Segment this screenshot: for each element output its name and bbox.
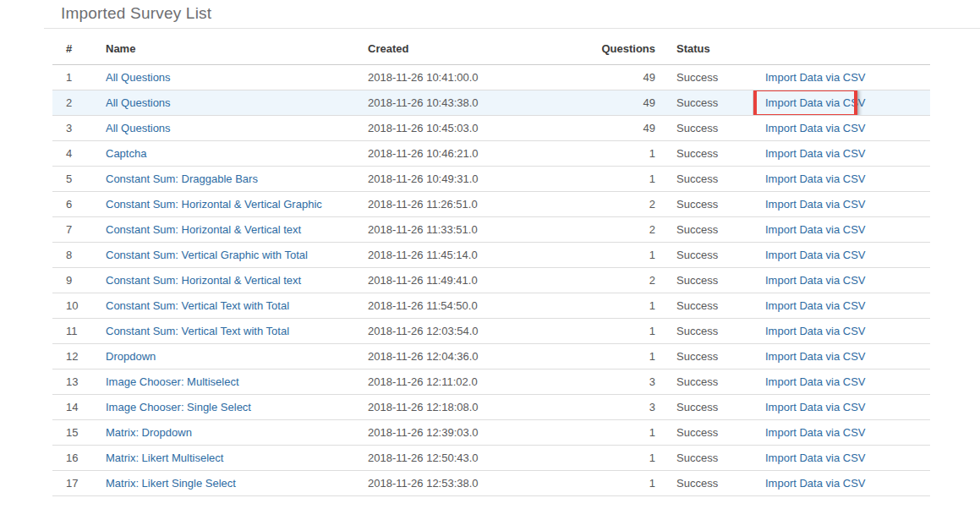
survey-name-link[interactable]: Constant Sum: Horizontal & Vertical Grap…: [106, 198, 322, 211]
import-csv-link[interactable]: Import Data via CSV: [765, 96, 866, 109]
action-cell: Import Data via CSV: [753, 242, 930, 267]
status-cell: Success: [655, 369, 753, 394]
survey-name-link[interactable]: Image Chooser: Multiselect: [106, 375, 239, 388]
row-number-cell: 6: [52, 191, 106, 216]
survey-name-cell: All Questions: [106, 115, 368, 140]
survey-name-link[interactable]: All Questions: [106, 122, 171, 134]
survey-name-link[interactable]: Constant Sum: Horizontal & Vertical text: [106, 223, 301, 236]
action-cell: Import Data via CSV: [753, 369, 930, 394]
questions-cell: 1: [588, 140, 655, 166]
questions-cell: 2: [588, 191, 655, 216]
import-csv-link[interactable]: Import Data via CSV: [765, 375, 866, 388]
created-cell: 2018-11-26 12:18:08.0: [368, 394, 588, 419]
column-header-number: #: [52, 34, 106, 64]
import-csv-link[interactable]: Import Data via CSV: [765, 426, 866, 439]
import-csv-link[interactable]: Import Data via CSV: [765, 477, 866, 490]
status-cell: Success: [655, 318, 753, 343]
survey-name-link[interactable]: Constant Sum: Vertical Text with Total: [106, 325, 289, 337]
action-cell: Import Data via CSV: [753, 64, 930, 90]
row-number-cell: 9: [52, 267, 106, 293]
row-number-cell: 2: [52, 90, 106, 115]
title-divider: [44, 28, 980, 29]
survey-name-link[interactable]: Constant Sum: Draggable Bars: [106, 172, 258, 185]
action-cell: Import Data via CSV: [753, 115, 930, 140]
table-row: 14Image Chooser: Single Select2018-11-26…: [52, 394, 930, 419]
import-csv-link[interactable]: Import Data via CSV: [765, 325, 866, 337]
questions-cell: 49: [588, 90, 655, 115]
page: Imported Survey List # Name Created Ques…: [0, 0, 980, 509]
column-header-questions: Questions: [588, 34, 655, 64]
created-cell: 2018-11-26 11:26:51.0: [368, 191, 588, 216]
survey-name-link[interactable]: Matrix: Likert Multiselect: [106, 452, 223, 464]
table-row: 4Captcha2018-11-26 10:46:21.01SuccessImp…: [52, 140, 930, 166]
import-csv-link[interactable]: Import Data via CSV: [765, 147, 866, 160]
action-cell: Import Data via CSV: [753, 318, 930, 343]
table-row: 1All Questions2018-11-26 10:41:00.049Suc…: [52, 64, 930, 90]
created-cell: 2018-11-26 12:11:02.0: [368, 369, 588, 394]
survey-name-link[interactable]: Constant Sum: Horizontal & Vertical text: [106, 274, 301, 287]
questions-cell: 49: [588, 115, 655, 140]
import-csv-link[interactable]: Import Data via CSV: [765, 350, 866, 363]
survey-name-link[interactable]: Dropdown: [106, 350, 156, 363]
survey-name-link[interactable]: Matrix: Dropdown: [106, 426, 192, 439]
import-csv-link[interactable]: Import Data via CSV: [765, 122, 866, 134]
survey-name-link[interactable]: Image Chooser: Single Select: [106, 401, 251, 413]
questions-cell: 1: [588, 419, 655, 445]
table-row: 3All Questions2018-11-26 10:45:03.049Suc…: [52, 115, 930, 140]
survey-name-cell: Constant Sum: Horizontal & Vertical Grap…: [106, 191, 368, 216]
survey-name-cell: Constant Sum: Vertical Text with Total: [106, 318, 368, 343]
created-cell: 2018-11-26 11:33:51.0: [368, 216, 588, 242]
table-row: 11Constant Sum: Vertical Text with Total…: [52, 318, 930, 343]
import-csv-link[interactable]: Import Data via CSV: [765, 172, 866, 185]
row-number-cell: 14: [52, 394, 106, 419]
table-row: 5Constant Sum: Draggable Bars2018-11-26 …: [52, 166, 930, 191]
import-csv-link[interactable]: Import Data via CSV: [765, 223, 866, 236]
created-cell: 2018-11-26 10:45:03.0: [368, 115, 588, 140]
table-header-row: # Name Created Questions Status: [52, 34, 930, 64]
status-cell: Success: [655, 64, 753, 90]
import-csv-link[interactable]: Import Data via CSV: [765, 249, 866, 261]
action-cell: Import Data via CSV: [753, 394, 930, 419]
questions-cell: 1: [588, 445, 655, 470]
survey-name-link[interactable]: All Questions: [106, 96, 171, 109]
created-cell: 2018-11-26 12:04:36.0: [368, 343, 588, 369]
created-cell: 2018-11-26 11:45:14.0: [368, 242, 588, 267]
status-cell: Success: [655, 267, 753, 293]
status-cell: Success: [655, 90, 753, 115]
action-cell: Import Data via CSV: [753, 445, 930, 470]
status-cell: Success: [655, 394, 753, 419]
survey-name-link[interactable]: Constant Sum: Vertical Graphic with Tota…: [106, 249, 308, 261]
import-csv-link[interactable]: Import Data via CSV: [765, 71, 866, 84]
status-cell: Success: [655, 216, 753, 242]
action-cell: Import Data via CSV: [753, 90, 930, 115]
import-csv-link[interactable]: Import Data via CSV: [765, 198, 866, 211]
status-cell: Success: [655, 293, 753, 318]
table-row: 12Dropdown2018-11-26 12:04:36.01SuccessI…: [52, 343, 930, 369]
survey-name-cell: Matrix: Dropdown: [106, 419, 368, 445]
created-cell: 2018-11-26 11:49:41.0: [368, 267, 588, 293]
import-csv-link[interactable]: Import Data via CSV: [765, 299, 866, 312]
action-cell: Import Data via CSV: [753, 267, 930, 293]
action-cell: Import Data via CSV: [753, 343, 930, 369]
status-cell: Success: [655, 166, 753, 191]
row-number-cell: 7: [52, 216, 106, 242]
created-cell: 2018-11-26 10:49:31.0: [368, 166, 588, 191]
survey-name-cell: Constant Sum: Vertical Text with Total: [106, 293, 368, 318]
import-csv-link[interactable]: Import Data via CSV: [765, 274, 866, 287]
column-header-name: Name: [106, 34, 368, 64]
status-cell: Success: [655, 191, 753, 216]
import-csv-link[interactable]: Import Data via CSV: [765, 401, 866, 413]
table-row: 16Matrix: Likert Multiselect2018-11-26 1…: [52, 445, 930, 470]
survey-name-link[interactable]: Captcha: [106, 147, 146, 160]
row-number-cell: 16: [52, 445, 106, 470]
survey-name-link[interactable]: Constant Sum: Vertical Text with Total: [106, 299, 289, 312]
action-cell: Import Data via CSV: [753, 216, 930, 242]
import-csv-link[interactable]: Import Data via CSV: [765, 452, 866, 464]
table-row: 2All Questions2018-11-26 10:43:38.049Suc…: [52, 90, 930, 115]
created-cell: 2018-11-26 10:43:38.0: [368, 90, 588, 115]
questions-cell: 1: [588, 293, 655, 318]
survey-name-link[interactable]: Matrix: Likert Single Select: [106, 477, 236, 490]
table-row: 10Constant Sum: Vertical Text with Total…: [52, 293, 930, 318]
survey-name-link[interactable]: All Questions: [106, 71, 171, 84]
survey-name-cell: Matrix: Likert Multiselect: [106, 445, 368, 470]
